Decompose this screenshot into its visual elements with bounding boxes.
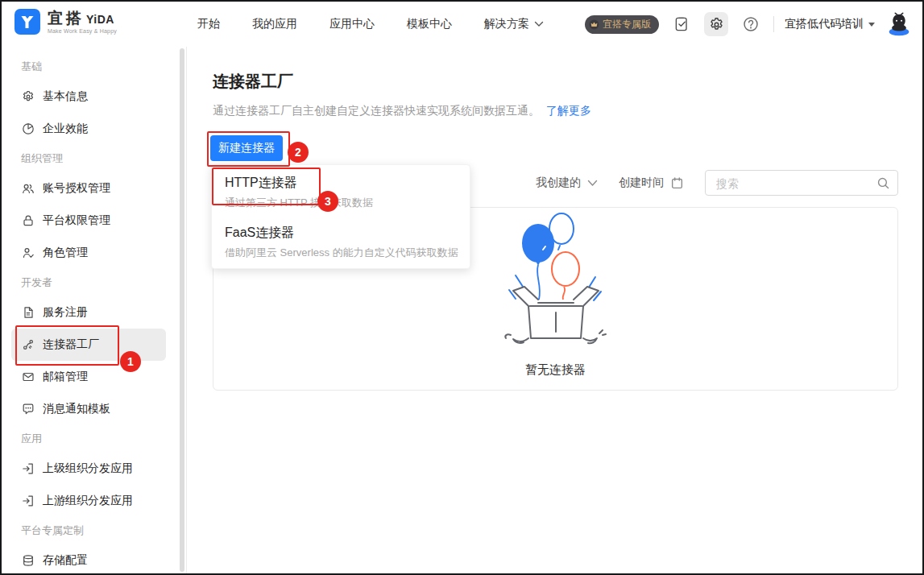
- database-icon: [21, 554, 35, 567]
- nav-app-center[interactable]: 应用中心: [329, 17, 375, 31]
- sidebar-item-mailbox-management[interactable]: 邮箱管理: [11, 361, 166, 393]
- menu-item-faas-connector[interactable]: FaaS连接器 借助阿里云 Serverless 的能力自定义代码获取数据: [212, 217, 470, 267]
- learn-more-link[interactable]: 了解更多: [546, 104, 591, 117]
- nav-my-apps[interactable]: 我的应用: [252, 17, 297, 31]
- nav-solutions[interactable]: 解决方案: [484, 17, 544, 31]
- help-icon[interactable]: [739, 12, 763, 36]
- caret-down-icon: [868, 23, 875, 27]
- nav-template-center[interactable]: 模板中心: [407, 17, 452, 31]
- sidebar-item-basic-info[interactable]: 基本信息: [11, 81, 166, 113]
- search-box: [705, 170, 898, 196]
- search-input[interactable]: [715, 172, 872, 196]
- top-header: 宜搭 YiDA Make Work Easy & Happy 开始 我的应用 应…: [2, 2, 922, 48]
- sidebar-item-service-registration[interactable]: 服务注册: [11, 296, 166, 329]
- connector-icon: [21, 338, 35, 351]
- sidebar-item-parent-org-apps[interactable]: 上级组织分发应用: [11, 453, 166, 485]
- creator-filter[interactable]: 我创建的: [536, 176, 598, 190]
- sidebar-section-org: 组织管理: [2, 145, 186, 172]
- chat-bubble-icon: [21, 403, 35, 416]
- empty-box-illustration: [491, 208, 620, 351]
- empty-state-text: 暂无连接器: [525, 362, 586, 378]
- logo-en: YiDA: [86, 14, 114, 25]
- sidebar-item-upstream-org-apps[interactable]: 上游组织分发应用: [11, 485, 166, 517]
- user-check-icon: [21, 246, 35, 259]
- menu-item-http-connector[interactable]: HTTP连接器 通过第三方 HTTP 接口获取数据: [212, 167, 470, 217]
- new-connector-dropdown: HTTP连接器 通过第三方 HTTP 接口获取数据 FaaS连接器 借助阿里云 …: [211, 164, 470, 269]
- create-time-filter[interactable]: 创建时间: [619, 176, 684, 190]
- import-icon: [21, 462, 35, 475]
- crown-icon: [589, 19, 599, 30]
- logo-tagline: Make Work Easy & Happy: [48, 28, 117, 34]
- top-nav: 开始 我的应用 应用中心 模板中心 解决方案: [197, 2, 544, 47]
- filter-bar: 我创建的 创建时间: [536, 170, 898, 196]
- import-icon: [21, 494, 35, 507]
- yida-admin-window: 宜搭 YiDA Make Work Easy & Happy 开始 我的应用 应…: [0, 0, 924, 575]
- gear-icon: [21, 90, 35, 103]
- avatar[interactable]: [885, 11, 913, 37]
- sidebar-item-message-template[interactable]: 消息通知模板: [11, 393, 166, 425]
- nav-start[interactable]: 开始: [197, 17, 220, 31]
- sidebar-item-account-auth[interactable]: 账号授权管理: [11, 172, 166, 205]
- lock-icon: [21, 214, 35, 227]
- sidebar-section-developer: 开发者: [2, 269, 186, 296]
- admin-sidebar: 基础 基本信息 企业效能 组织管理 账号授权管理 平台权限管理 角色管理 开发者…: [2, 47, 187, 573]
- new-connector-button[interactable]: 新建连接器: [210, 135, 283, 161]
- edition-badge[interactable]: 宜搭专属版: [585, 15, 659, 34]
- pie-chart-icon: [21, 122, 35, 135]
- sidebar-item-enterprise-efficiency[interactable]: 企业效能: [11, 113, 166, 145]
- search-icon: [876, 176, 890, 190]
- header-tools: 宜搭专属版 宜搭低代码培训: [585, 2, 913, 47]
- divider: [773, 16, 774, 32]
- sidebar-section-basic: 基础: [2, 53, 186, 81]
- sidebar-item-connector-factory[interactable]: 连接器工厂: [11, 329, 166, 361]
- page-description: 通过连接器工厂自主创建自定义连接器快速实现系统间数据互通。了解更多: [213, 104, 591, 118]
- feedback-form-icon[interactable]: [669, 12, 694, 36]
- users-icon: [21, 182, 35, 195]
- chevron-down-icon: [534, 21, 544, 27]
- main-content: 连接器工厂 通过连接器工厂自主创建自定义连接器快速实现系统间数据互通。了解更多 …: [187, 47, 922, 573]
- mail-icon: [21, 370, 35, 383]
- page-title: 连接器工厂: [213, 71, 293, 93]
- sidebar-item-role-management[interactable]: 角色管理: [11, 237, 166, 269]
- sidebar-item-platform-permission[interactable]: 平台权限管理: [11, 205, 166, 237]
- document-icon: [21, 306, 35, 319]
- yida-logo-icon: [15, 9, 40, 35]
- org-switcher[interactable]: 宜搭低代码培训: [785, 17, 875, 31]
- sidebar-section-platform-custom: 平台专属定制: [2, 517, 186, 544]
- logo-zh: 宜搭: [48, 10, 85, 26]
- sidebar-section-application: 应用: [2, 425, 186, 453]
- yida-logo[interactable]: 宜搭 YiDA Make Work Easy & Happy: [15, 9, 117, 35]
- gear-icon[interactable]: [704, 12, 728, 36]
- chevron-down-icon: [587, 180, 598, 187]
- sidebar-item-storage-config[interactable]: 存储配置: [11, 544, 166, 575]
- calendar-icon: [670, 176, 684, 190]
